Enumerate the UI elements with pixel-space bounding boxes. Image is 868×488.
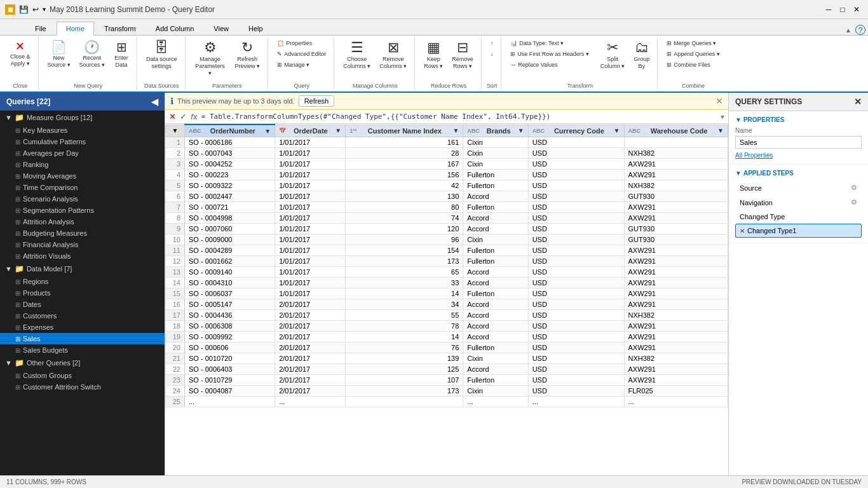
table-row[interactable]: 4SO - 0002231/01/2017156FullertonUSDAXW2… bbox=[166, 170, 728, 180]
sidebar-item-scenario-analysis[interactable]: ⊞ Scenario Analysis bbox=[0, 193, 165, 205]
close-button[interactable]: ✕ bbox=[850, 3, 863, 16]
table-row[interactable]: 13SO - 00091401/01/201765AccordUSDAXW291 bbox=[166, 267, 728, 278]
sidebar-item-segmentation-patterns[interactable]: ⊞ Segmentation Patterns bbox=[0, 205, 165, 216]
sidebar-item-customer-attrition-switch[interactable]: ⊞ Customer Attrition Switch bbox=[0, 381, 165, 393]
sidebar-item-ranking[interactable]: ⊞ Ranking bbox=[0, 159, 165, 170]
sidebar-item-regions[interactable]: ⊞ Regions bbox=[0, 276, 165, 287]
qs-step-changed-type[interactable]: Changed Type bbox=[735, 210, 862, 224]
sidebar-item-expenses[interactable]: ⊞ Expenses bbox=[0, 322, 165, 333]
row-selector-icon[interactable]: ▼ bbox=[172, 127, 179, 134]
maximize-button[interactable]: □ bbox=[836, 3, 849, 16]
cni-filter-icon[interactable]: ▼ bbox=[452, 127, 459, 134]
close-apply-button[interactable]: ✕ Close &Apply ▾ bbox=[6, 38, 34, 70]
dropdown-arrow[interactable]: ▾ bbox=[43, 6, 46, 13]
replace-values-button[interactable]: ↔ Replace Values bbox=[506, 60, 593, 70]
table-row[interactable]: 9SO - 00070601/01/2017120AccordUSDGUT930 bbox=[166, 224, 728, 234]
close-query-settings-icon[interactable]: ✕ bbox=[854, 97, 862, 107]
table-row[interactable]: 16SO - 00051472/01/201734AccordUSDAXW291 bbox=[166, 299, 728, 310]
combine-files-button[interactable]: ⊞ Combine Files bbox=[663, 60, 724, 70]
tab-home[interactable]: Home bbox=[57, 22, 94, 36]
manage-button[interactable]: ⊞ Manage ▾ bbox=[273, 60, 330, 70]
table-row[interactable]: 3SO - 00042521/01/2017167CixinUSDAXW291 bbox=[166, 159, 728, 170]
tab-transform[interactable]: Transform bbox=[95, 22, 146, 35]
tab-view[interactable]: View bbox=[204, 22, 238, 35]
sidebar-item-dates[interactable]: ⊞ Dates bbox=[0, 299, 165, 310]
table-row[interactable]: 7SO - 0007211/01/201780FullertonUSDAXW29… bbox=[166, 202, 728, 213]
all-properties-link[interactable]: All Properties bbox=[735, 152, 773, 159]
tab-file[interactable]: File bbox=[25, 22, 56, 35]
table-row[interactable]: 18SO - 00063082/01/201778AccordUSDAXW291 bbox=[166, 321, 728, 332]
enter-data-button[interactable]: ⊞ EnterData bbox=[110, 38, 133, 71]
table-row[interactable]: 17SO - 00044362/01/201755AccordUSDNXH382 bbox=[166, 310, 728, 321]
col-header-currency-code[interactable]: ABC Currency Code ▼ bbox=[528, 125, 624, 137]
sidebar-item-customers[interactable]: ⊞ Customers bbox=[0, 310, 165, 322]
table-row[interactable]: 1SO - 00061861/01/2017161CixinUSD bbox=[166, 137, 728, 148]
sort-asc-button[interactable]: ↑ bbox=[487, 38, 498, 48]
sidebar-group-header-data-model[interactable]: ▼ 📁 Data Model [7] bbox=[0, 262, 165, 276]
col-header-warehouse-code[interactable]: ABC Warehouse Code ▼ bbox=[624, 125, 728, 137]
sidebar-item-budgeting-measures[interactable]: ⊞ Budgeting Measures bbox=[0, 227, 165, 239]
col-header-customer-name-index[interactable]: 1²³ Customer Name Index ▼ bbox=[346, 125, 463, 137]
table-row[interactable]: 23SO - 00107292/01/2017107FullertonUSDAX… bbox=[166, 375, 728, 386]
currency-filter-icon[interactable]: ▼ bbox=[614, 127, 620, 134]
table-row[interactable]: 19SO - 00099922/01/201714AccordUSDAXW291 bbox=[166, 332, 728, 342]
help-icon[interactable]: ? bbox=[855, 25, 865, 35]
sidebar-item-custom-groups[interactable]: ⊞ Custom Groups bbox=[0, 370, 165, 381]
table-row[interactable]: 25............... bbox=[166, 396, 728, 407]
qs-step-navigation[interactable]: Navigation ⚙ bbox=[735, 195, 862, 210]
ribbon-up-arrow[interactable]: ▲ bbox=[845, 27, 851, 34]
table-row[interactable]: 22SO - 00064032/01/2017125AccordUSDAXW29… bbox=[166, 364, 728, 375]
cancel-icon[interactable]: ✕ bbox=[169, 112, 176, 121]
confirm-icon[interactable]: ✓ bbox=[180, 112, 187, 121]
qs-step-source[interactable]: Source ⚙ bbox=[735, 180, 862, 195]
formula-expand-icon[interactable]: ▾ bbox=[721, 112, 724, 121]
split-column-button[interactable]: ✂ SplitColumn ▾ bbox=[597, 38, 629, 72]
qs-step-changed-type1[interactable]: ✕ Changed Type1 bbox=[735, 224, 862, 238]
step-navigation-gear[interactable]: ⚙ bbox=[851, 198, 857, 207]
brands-filter-icon[interactable]: ▼ bbox=[518, 127, 524, 134]
qs-name-input[interactable] bbox=[735, 136, 862, 149]
sidebar-item-sales[interactable]: ⊞ Sales bbox=[0, 333, 165, 344]
table-row[interactable]: 12SO - 00016621/01/2017173FullertonUSDAX… bbox=[166, 256, 728, 267]
refresh-preview-button[interactable]: ↻ RefreshPreview ▾ bbox=[231, 38, 264, 72]
remove-columns-button[interactable]: ⊠ RemoveColumns ▾ bbox=[376, 38, 410, 72]
remove-rows-button[interactable]: ⊟ RemoveRows ▾ bbox=[448, 38, 477, 72]
refresh-button[interactable]: Refresh bbox=[299, 95, 335, 107]
table-row[interactable]: 8SO - 00049981/01/201774AccordUSDAXW291 bbox=[166, 213, 728, 224]
warehouse-filter-icon[interactable]: ▼ bbox=[717, 127, 724, 134]
col-header-brands[interactable]: ABC Brands ▼ bbox=[463, 125, 528, 137]
new-source-button[interactable]: 📄 NewSource ▾ bbox=[44, 38, 74, 71]
properties-button[interactable]: 📋 Properties bbox=[273, 38, 330, 48]
group-by-button[interactable]: 🗂 GroupBy bbox=[630, 38, 653, 72]
keep-rows-button[interactable]: ▦ KeepRows ▾ bbox=[420, 38, 447, 72]
step-source-gear[interactable]: ⚙ bbox=[851, 184, 857, 192]
table-row[interactable]: 24SO - 00040872/01/2017173CixinUSDFLR025 bbox=[166, 386, 728, 396]
table-row[interactable]: 21SO - 00107202/01/2017139CixinUSDNXH382 bbox=[166, 353, 728, 364]
col-header-order-date[interactable]: 📅 OrderDate ▼ bbox=[275, 125, 346, 137]
sidebar-item-key-measures[interactable]: ⊞ Key Measures bbox=[0, 125, 165, 136]
append-queries-button[interactable]: ⊞ Append Queries ▾ bbox=[663, 49, 724, 59]
order-number-filter-icon[interactable]: ▼ bbox=[264, 128, 271, 135]
table-row[interactable]: 15SO - 00060371/01/201714FullertonUSDAXW… bbox=[166, 288, 728, 299]
sidebar-item-moving-averages[interactable]: ⊞ Moving Averages bbox=[0, 170, 165, 182]
manage-parameters-button[interactable]: ⚙ ManageParameters ▾ bbox=[191, 38, 230, 79]
sidebar-item-attrition-analysis[interactable]: ⊞ Attrition Analysis bbox=[0, 216, 165, 227]
sidebar-collapse-icon[interactable]: ◀ bbox=[151, 97, 158, 107]
close-banner-icon[interactable]: ✕ bbox=[715, 96, 723, 106]
sidebar-item-time-comparison[interactable]: ⊞ Time Comparison bbox=[0, 182, 165, 193]
table-row[interactable]: 5SO - 00093221/01/201742FullertonUSDNXH3… bbox=[166, 180, 728, 191]
sort-desc-button[interactable]: ↓ bbox=[487, 49, 498, 59]
formula-input[interactable] bbox=[201, 112, 717, 121]
undo-icon[interactable]: ↩ bbox=[32, 5, 39, 14]
choose-columns-button[interactable]: ☰ ChooseColumns ▾ bbox=[339, 38, 374, 72]
collapse-icon[interactable]: ▼ bbox=[735, 116, 742, 123]
sidebar-item-attrition-visuals[interactable]: ⊞ Attrition Visuals bbox=[0, 250, 165, 262]
data-grid-container[interactable]: ▼ ABC OrderNumber ▼ 📅 bbox=[165, 124, 728, 475]
tab-help[interactable]: Help bbox=[239, 22, 273, 35]
advanced-editor-button[interactable]: ✎ Advanced Editor bbox=[273, 49, 330, 59]
order-date-filter-icon[interactable]: ▼ bbox=[335, 127, 341, 134]
table-row[interactable]: 20SO - 0006062/01/201776FullertonUSDAXW2… bbox=[166, 342, 728, 353]
sidebar-item-financial-analysis[interactable]: ⊞ Financial Analysis bbox=[0, 239, 165, 250]
first-row-header-button[interactable]: ⊞ Use First Row as Headers ▾ bbox=[506, 49, 593, 59]
table-row[interactable]: 2SO - 00070431/01/201728CixinUSDNXH382 bbox=[166, 148, 728, 159]
